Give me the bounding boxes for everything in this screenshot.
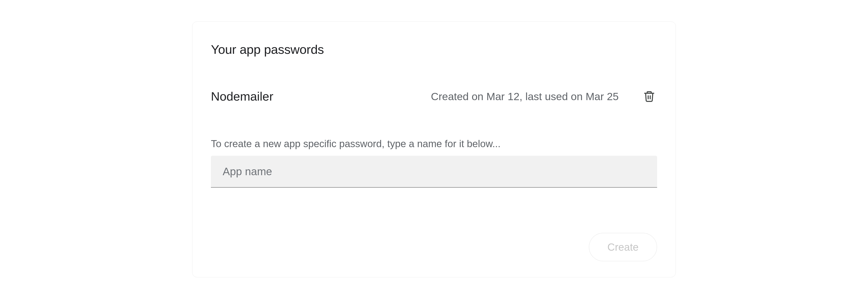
card-actions: Create <box>211 233 657 261</box>
trash-icon <box>643 90 655 102</box>
app-name-input-wrap[interactable] <box>211 156 657 188</box>
create-button[interactable]: Create <box>589 233 657 261</box>
card-title: Your app passwords <box>211 42 657 57</box>
password-app-name: Nodemailer <box>211 89 273 103</box>
password-meta-text: Created on Mar 12, last used on Mar 25 <box>431 90 619 102</box>
password-row: Nodemailer Created on Mar 12, last used … <box>211 88 657 104</box>
password-meta-wrap: Created on Mar 12, last used on Mar 25 <box>431 88 657 104</box>
app-name-input[interactable] <box>223 165 645 178</box>
helper-text: To create a new app specific password, t… <box>211 138 657 149</box>
app-passwords-card: Your app passwords Nodemailer Created on… <box>192 22 676 277</box>
delete-password-button[interactable] <box>641 88 657 104</box>
